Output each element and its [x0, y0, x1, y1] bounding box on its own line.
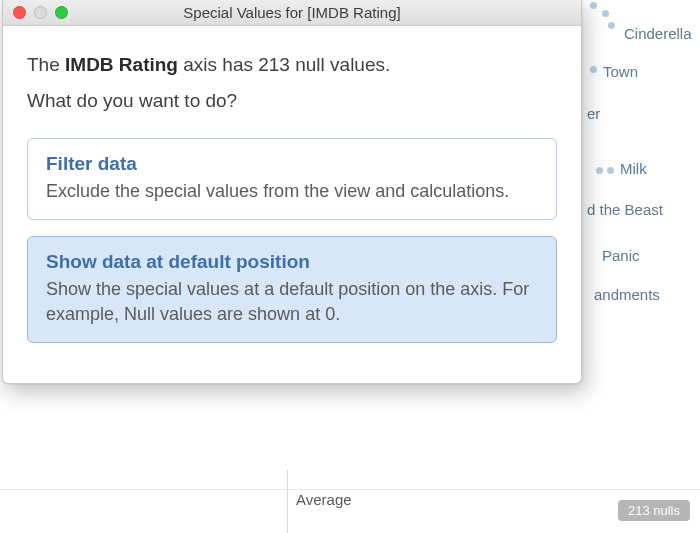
msg-suffix: axis has 213 null values.: [178, 54, 390, 75]
minimize-icon: [34, 6, 47, 19]
option-show-default-position[interactable]: Show data at default position Show the s…: [27, 236, 557, 343]
titlebar: Special Values for [IMDB Rating]: [3, 0, 581, 26]
data-point: [590, 66, 597, 73]
axis-name: IMDB Rating: [65, 54, 178, 75]
data-point: [608, 22, 615, 29]
data-label: Town: [603, 63, 638, 80]
data-label: er: [587, 105, 600, 122]
data-label: Panic: [602, 247, 640, 264]
option-filter-data[interactable]: Filter data Exclude the special values f…: [27, 138, 557, 220]
axis-label: Average: [296, 491, 352, 508]
dialog-question: What do you want to do?: [27, 90, 557, 112]
option-title: Show data at default position: [46, 251, 538, 273]
msg-prefix: The: [27, 54, 65, 75]
chart-baseline: [0, 489, 700, 490]
zoom-icon[interactable]: [55, 6, 68, 19]
data-point: [607, 167, 614, 174]
data-point: [602, 10, 609, 17]
close-icon[interactable]: [13, 6, 26, 19]
dialog-body: The IMDB Rating axis has 213 null values…: [3, 26, 581, 383]
dialog-title: Special Values for [IMDB Rating]: [3, 4, 581, 21]
data-label: d the Beast: [587, 201, 663, 218]
data-label: andments: [594, 286, 660, 303]
dialog-message: The IMDB Rating axis has 213 null values…: [27, 54, 557, 76]
special-values-dialog: Special Values for [IMDB Rating] The IMD…: [2, 0, 582, 384]
window-controls: [3, 6, 68, 19]
null-indicator[interactable]: 213 nulls: [618, 500, 690, 521]
data-point: [596, 167, 603, 174]
data-point: [590, 2, 597, 9]
option-title: Filter data: [46, 153, 538, 175]
data-label: Cinderella: [624, 25, 692, 42]
data-label: Milk: [620, 160, 647, 177]
option-desc: Show the special values at a default pos…: [46, 277, 538, 326]
option-desc: Exclude the special values from the view…: [46, 179, 538, 203]
axis-tick: [287, 470, 288, 533]
